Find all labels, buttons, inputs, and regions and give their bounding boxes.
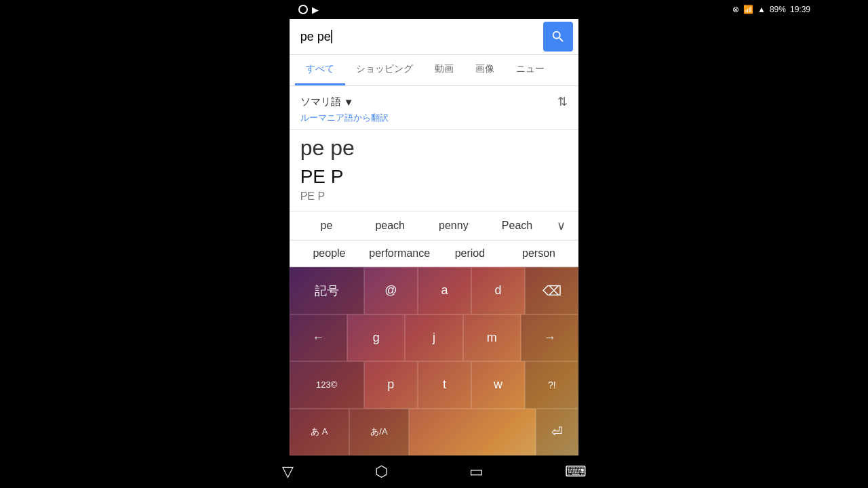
tab-images[interactable]: 画像 [465,55,505,85]
keyboard-row-2: ← g j m → [290,314,579,362]
keyboard-rows: 記号 @ a d ⌫ [290,267,579,455]
language-selector[interactable]: ソマリ語 ▼ [300,96,354,108]
translation-content: pe pe PE P PE P [290,130,579,211]
status-bar: ▶ ⊗ 📶 ▲ 89% 19:39 [0,0,868,19]
status-bar-right: ⊗ 📶 ▲ 89% 19:39 [732,5,810,14]
key-g[interactable]: g [347,314,405,362]
key-d[interactable]: d [471,267,525,314]
key-w[interactable]: w [471,361,525,409]
search-input[interactable]: pe pe [295,27,544,47]
time-display: 19:39 [790,5,810,14]
tab-all[interactable]: すべて [295,55,345,85]
keyboard-row-1: 記号 @ a d ⌫ [290,267,579,314]
status-bar-left: ▶ [298,5,319,15]
key-kigo[interactable]: 記号 [290,267,364,314]
top-bar: pe pe [290,19,579,55]
source-text: pe pe [300,136,568,161]
suggestion-peach[interactable]: peach [358,211,422,240]
key-a[interactable]: a [418,267,471,314]
language-name: ソマリ語 [300,96,341,108]
key-space[interactable] [409,409,536,456]
tab-news[interactable]: ニュー [505,55,555,85]
keyboard-button[interactable]: ⌨ [565,463,587,481]
nav-bar: ▽ ⬡ ▭ ⌨ [0,455,868,488]
dropdown-arrow-icon: ▼ [344,96,354,108]
tab-video[interactable]: 動画 [424,55,465,85]
suggestion-period[interactable]: period [435,241,505,266]
do-not-disturb-icon: ⊗ [732,5,739,14]
search-icon [551,29,566,44]
translated-main: PE P [300,166,568,188]
key-t[interactable]: t [418,361,471,409]
phone-frame: pe pe すべて ショッピング 動画 画像 ニュー ソマリ語 ▼ ⇅ [290,19,579,455]
play-icon: ▶ [312,5,319,15]
key-hiragana-a[interactable]: あ A [290,409,349,456]
key-at[interactable]: @ [364,267,418,314]
keyboard-row-3: 123© p t w ?! [290,361,579,409]
translate-lang-row: ソマリ語 ▼ ⇅ [300,94,568,109]
wifi-icon: 📶 [743,5,753,14]
translate-section: ソマリ語 ▼ ⇅ ルーマニア語から翻訳 [290,86,579,130]
suggestion-performance[interactable]: performance [363,241,435,266]
backspace-icon: ⌫ [542,283,561,299]
search-button[interactable] [543,22,573,52]
left-background [0,19,290,455]
tab-shopping[interactable]: ショッピング [345,55,424,85]
suggestion-people[interactable]: people [295,241,364,266]
key-123[interactable]: 123© [290,361,364,409]
recents-button[interactable]: ▭ [469,463,484,481]
tabs-bar: すべて ショッピング 動画 画像 ニュー [290,55,579,86]
left-arrow-icon: ← [312,331,324,345]
translate-from-link[interactable]: ルーマニア語から翻訳 [300,112,568,124]
key-backspace[interactable]: ⌫ [525,267,578,314]
keyboard-row-4: あ A あ/A ⏎ [290,409,579,456]
key-hira-roman[interactable]: あ/A [349,409,409,456]
home-button[interactable]: ⬡ [375,463,388,481]
signal-icon: ▲ [757,5,766,14]
battery-text: 89% [770,5,786,14]
key-m[interactable]: m [463,314,521,362]
translated-sub: PE P [300,190,568,203]
key-punctuation[interactable]: ?! [525,361,578,409]
swap-languages-button[interactable]: ⇅ [557,94,568,109]
circle-empty-icon [298,5,308,14]
key-right-arrow[interactable]: → [521,314,578,362]
keyboard: 記号 @ a d ⌫ [290,267,579,455]
right-arrow-icon: → [544,331,556,345]
right-background [578,19,868,455]
suggestion-person[interactable]: person [505,241,574,266]
enter-icon: ⏎ [551,424,563,440]
suggestion-pe[interactable]: pe [295,211,359,240]
suggestion-penny[interactable]: penny [422,211,486,240]
key-enter[interactable]: ⏎ [536,409,579,456]
suggestions-row-1: pe peach penny Peach ∨ [290,211,579,241]
suggestions-expand-button[interactable]: ∨ [549,218,573,233]
suggestions-row-2: people performance period person [290,241,579,267]
back-button[interactable]: ▽ [282,463,294,481]
cursor: e [324,30,332,43]
key-left-arrow[interactable]: ← [290,314,347,362]
suggestion-Peach[interactable]: Peach [486,211,549,240]
key-p[interactable]: p [364,361,418,409]
key-j[interactable]: j [405,314,462,362]
